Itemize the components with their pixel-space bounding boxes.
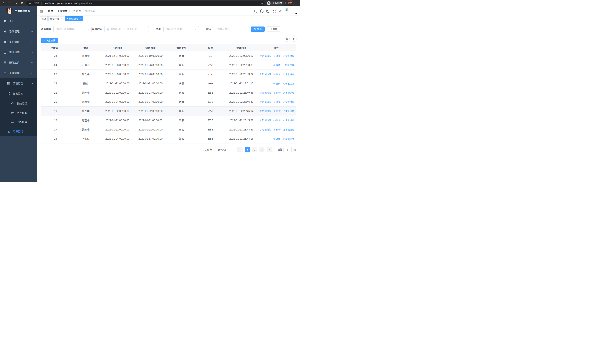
svg-text:¥: ¥ — [4, 40, 6, 43]
